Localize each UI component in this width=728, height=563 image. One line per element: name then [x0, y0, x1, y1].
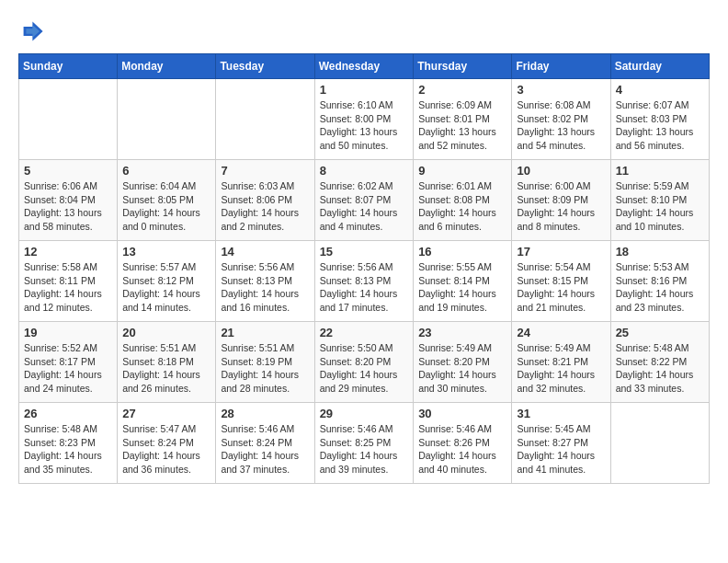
- day-number: 9: [418, 164, 506, 178]
- calendar-cell: 2Sunrise: 6:09 AM Sunset: 8:01 PM Daylig…: [414, 79, 512, 160]
- day-number: 4: [616, 83, 704, 97]
- calendar-cell: 18Sunrise: 5:53 AM Sunset: 8:16 PM Dayli…: [610, 241, 709, 322]
- day-number: 13: [122, 245, 210, 259]
- day-info: Sunrise: 6:01 AM Sunset: 8:08 PM Dayligh…: [418, 179, 506, 234]
- calendar-cell: [19, 79, 118, 160]
- day-number: 6: [122, 164, 210, 178]
- logo-icon: [18, 18, 44, 44]
- calendar-cell: 16Sunrise: 5:55 AM Sunset: 8:14 PM Dayli…: [414, 241, 512, 322]
- calendar-cell: 31Sunrise: 5:45 AM Sunset: 8:27 PM Dayli…: [512, 403, 610, 484]
- day-number: 31: [517, 407, 605, 420]
- calendar-cell: 26Sunrise: 5:48 AM Sunset: 8:23 PM Dayli…: [19, 403, 118, 484]
- day-info: Sunrise: 5:46 AM Sunset: 8:25 PM Dayligh…: [320, 422, 409, 477]
- header-sunday: Sunday: [19, 54, 118, 79]
- header-tuesday: Tuesday: [216, 54, 314, 79]
- calendar-cell: 28Sunrise: 5:46 AM Sunset: 8:24 PM Dayli…: [216, 403, 314, 484]
- calendar-week-5: 26Sunrise: 5:48 AM Sunset: 8:23 PM Dayli…: [19, 403, 710, 484]
- calendar-week-3: 12Sunrise: 5:58 AM Sunset: 8:11 PM Dayli…: [19, 241, 710, 322]
- day-info: Sunrise: 5:50 AM Sunset: 8:20 PM Dayligh…: [320, 341, 409, 396]
- day-number: 19: [24, 326, 112, 339]
- day-number: 11: [616, 164, 704, 178]
- day-info: Sunrise: 5:51 AM Sunset: 8:18 PM Dayligh…: [122, 341, 210, 396]
- day-info: Sunrise: 5:54 AM Sunset: 8:15 PM Dayligh…: [517, 260, 605, 315]
- day-number: 5: [24, 164, 112, 178]
- day-info: Sunrise: 5:52 AM Sunset: 8:17 PM Dayligh…: [24, 341, 112, 396]
- calendar-cell: 19Sunrise: 5:52 AM Sunset: 8:17 PM Dayli…: [19, 322, 118, 403]
- header-friday: Friday: [512, 54, 610, 79]
- calendar-cell: 30Sunrise: 5:46 AM Sunset: 8:26 PM Dayli…: [414, 403, 512, 484]
- calendar-week-2: 5Sunrise: 6:06 AM Sunset: 8:04 PM Daylig…: [19, 160, 710, 241]
- day-number: 2: [418, 83, 506, 97]
- day-info: Sunrise: 5:59 AM Sunset: 8:10 PM Dayligh…: [616, 179, 704, 234]
- day-number: 17: [517, 245, 605, 259]
- day-info: Sunrise: 6:08 AM Sunset: 8:02 PM Dayligh…: [517, 98, 605, 153]
- calendar-cell: 15Sunrise: 5:56 AM Sunset: 8:13 PM Dayli…: [314, 241, 414, 322]
- day-info: Sunrise: 5:51 AM Sunset: 8:19 PM Dayligh…: [221, 341, 309, 396]
- day-info: Sunrise: 6:02 AM Sunset: 8:07 PM Dayligh…: [320, 179, 409, 234]
- calendar-cell: 9Sunrise: 6:01 AM Sunset: 8:08 PM Daylig…: [414, 160, 512, 241]
- calendar-header-row: SundayMondayTuesdayWednesdayThursdayFrid…: [19, 54, 710, 79]
- calendar-cell: [610, 403, 709, 484]
- header-thursday: Thursday: [414, 54, 512, 79]
- header-wednesday: Wednesday: [314, 54, 414, 79]
- header-monday: Monday: [118, 54, 216, 79]
- day-info: Sunrise: 5:55 AM Sunset: 8:14 PM Dayligh…: [418, 260, 506, 315]
- day-info: Sunrise: 5:56 AM Sunset: 8:13 PM Dayligh…: [320, 260, 409, 315]
- calendar-cell: 14Sunrise: 5:56 AM Sunset: 8:13 PM Dayli…: [216, 241, 314, 322]
- day-number: 18: [616, 245, 704, 259]
- calendar-cell: 7Sunrise: 6:03 AM Sunset: 8:06 PM Daylig…: [216, 160, 314, 241]
- day-info: Sunrise: 5:49 AM Sunset: 8:21 PM Dayligh…: [517, 341, 605, 396]
- calendar-week-4: 19Sunrise: 5:52 AM Sunset: 8:17 PM Dayli…: [19, 322, 710, 403]
- calendar-table: SundayMondayTuesdayWednesdayThursdayFrid…: [18, 53, 710, 484]
- day-number: 21: [221, 326, 309, 339]
- day-number: 29: [320, 407, 409, 420]
- calendar-cell: 1Sunrise: 6:10 AM Sunset: 8:00 PM Daylig…: [314, 79, 414, 160]
- day-number: 22: [320, 326, 409, 339]
- day-info: Sunrise: 6:10 AM Sunset: 8:00 PM Dayligh…: [320, 98, 409, 153]
- day-info: Sunrise: 5:53 AM Sunset: 8:16 PM Dayligh…: [616, 260, 704, 315]
- calendar-cell: 3Sunrise: 6:08 AM Sunset: 8:02 PM Daylig…: [512, 79, 610, 160]
- day-info: Sunrise: 5:47 AM Sunset: 8:24 PM Dayligh…: [122, 422, 210, 477]
- day-number: 24: [517, 326, 605, 339]
- day-number: 3: [517, 83, 605, 97]
- day-info: Sunrise: 5:56 AM Sunset: 8:13 PM Dayligh…: [221, 260, 309, 315]
- day-number: 7: [221, 164, 309, 178]
- day-info: Sunrise: 5:49 AM Sunset: 8:20 PM Dayligh…: [418, 341, 506, 396]
- calendar-week-1: 1Sunrise: 6:10 AM Sunset: 8:00 PM Daylig…: [19, 79, 710, 160]
- calendar-cell: [118, 79, 216, 160]
- day-info: Sunrise: 6:03 AM Sunset: 8:06 PM Dayligh…: [221, 179, 309, 234]
- header-saturday: Saturday: [610, 54, 709, 79]
- day-number: 12: [24, 245, 112, 259]
- day-info: Sunrise: 6:00 AM Sunset: 8:09 PM Dayligh…: [517, 179, 605, 234]
- day-info: Sunrise: 5:57 AM Sunset: 8:12 PM Dayligh…: [122, 260, 210, 315]
- day-info: Sunrise: 6:04 AM Sunset: 8:05 PM Dayligh…: [122, 179, 210, 234]
- day-number: 8: [320, 164, 409, 178]
- day-info: Sunrise: 5:58 AM Sunset: 8:11 PM Dayligh…: [24, 260, 112, 315]
- calendar-cell: 23Sunrise: 5:49 AM Sunset: 8:20 PM Dayli…: [414, 322, 512, 403]
- day-info: Sunrise: 5:46 AM Sunset: 8:24 PM Dayligh…: [221, 422, 309, 477]
- calendar-cell: 11Sunrise: 5:59 AM Sunset: 8:10 PM Dayli…: [610, 160, 709, 241]
- day-number: 15: [320, 245, 409, 259]
- day-number: 14: [221, 245, 309, 259]
- calendar-cell: 4Sunrise: 6:07 AM Sunset: 8:03 PM Daylig…: [610, 79, 709, 160]
- day-info: Sunrise: 5:48 AM Sunset: 8:22 PM Dayligh…: [616, 341, 704, 396]
- calendar-cell: 27Sunrise: 5:47 AM Sunset: 8:24 PM Dayli…: [118, 403, 216, 484]
- day-number: 23: [418, 326, 506, 339]
- day-number: 1: [320, 83, 409, 97]
- day-number: 28: [221, 407, 309, 420]
- calendar-cell: 8Sunrise: 6:02 AM Sunset: 8:07 PM Daylig…: [314, 160, 414, 241]
- day-number: 30: [418, 407, 506, 420]
- calendar-cell: 29Sunrise: 5:46 AM Sunset: 8:25 PM Dayli…: [314, 403, 414, 484]
- calendar-cell: 20Sunrise: 5:51 AM Sunset: 8:18 PM Dayli…: [118, 322, 216, 403]
- day-number: 27: [122, 407, 210, 420]
- calendar-cell: [216, 79, 314, 160]
- day-info: Sunrise: 5:48 AM Sunset: 8:23 PM Dayligh…: [24, 422, 112, 477]
- day-info: Sunrise: 6:09 AM Sunset: 8:01 PM Dayligh…: [418, 98, 506, 153]
- day-info: Sunrise: 6:06 AM Sunset: 8:04 PM Dayligh…: [24, 179, 112, 234]
- day-number: 25: [616, 326, 704, 339]
- calendar-cell: 12Sunrise: 5:58 AM Sunset: 8:11 PM Dayli…: [19, 241, 118, 322]
- calendar-cell: 21Sunrise: 5:51 AM Sunset: 8:19 PM Dayli…: [216, 322, 314, 403]
- calendar-cell: 5Sunrise: 6:06 AM Sunset: 8:04 PM Daylig…: [19, 160, 118, 241]
- day-number: 26: [24, 407, 112, 420]
- day-number: 20: [122, 326, 210, 339]
